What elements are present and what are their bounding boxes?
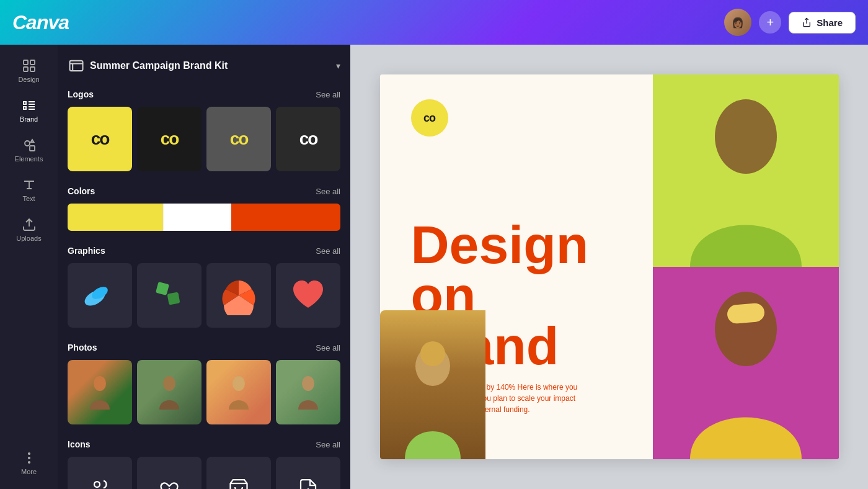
canvas-brand-logo: co — [411, 99, 448, 137]
photo-1-placeholder — [68, 360, 132, 424]
photos-see-all-button[interactable]: See all — [316, 343, 340, 352]
logo-item-2[interactable]: co — [137, 107, 202, 171]
panel-header: Summer Campaign Brand Kit ▾ — [68, 55, 340, 77]
svg-point-17 — [302, 376, 314, 391]
icon-item-upload[interactable] — [276, 457, 340, 489]
sidebar-item-brand-label: Brand — [20, 115, 38, 123]
graphic-item-4[interactable] — [276, 263, 340, 328]
heart-plus-icon — [158, 478, 180, 489]
color-white — [163, 204, 231, 231]
share-icon — [802, 17, 812, 27]
avatar[interactable]: 👩🏾 — [724, 9, 751, 36]
photo-item-3[interactable] — [206, 360, 271, 424]
header: Canva 👩🏾 + Share — [0, 0, 868, 45]
brand-kit-icon — [68, 57, 85, 74]
nav-sidebar: Design Brand Elements Text — [0, 45, 58, 489]
sonja-photo-overlay — [380, 310, 485, 459]
canvas-bottom-right — [653, 267, 839, 459]
colors-see-all-button[interactable]: See all — [316, 187, 340, 196]
svg-point-22 — [420, 341, 445, 366]
graphics-section-header: Graphics See all — [68, 246, 340, 256]
sidebar-item-text-label: Text — [22, 195, 35, 202]
graphic-item-2[interactable] — [137, 263, 202, 328]
header-actions: 👩🏾 + Share — [724, 9, 856, 36]
sidebar-item-elements[interactable]: Elements — [4, 132, 54, 169]
svg-point-15 — [163, 376, 175, 391]
icon-item-people[interactable] — [68, 457, 132, 489]
share-button[interactable]: Share — [789, 12, 856, 34]
svg-point-16 — [232, 376, 245, 391]
panel-title: Summer Campaign Brand Kit — [90, 60, 331, 71]
graphic-square-green — [149, 276, 189, 315]
design-canvas[interactable]: co Design on brand Our market has grown … — [380, 74, 839, 459]
people-icon — [89, 478, 111, 489]
add-collaborator-button[interactable]: + — [759, 11, 781, 34]
brand-panel: Summer Campaign Brand Kit ▾ Logos See al… — [58, 45, 350, 489]
brand-icon — [22, 98, 37, 113]
photo-item-2[interactable] — [137, 360, 202, 424]
bottom-right-person — [653, 267, 839, 459]
logo-item-3[interactable]: co — [206, 107, 271, 171]
svg-point-7 — [28, 457, 29, 459]
sidebar-item-text[interactable]: Text — [4, 171, 54, 209]
colors-section: Colors See all — [68, 186, 340, 231]
colors-title: Colors — [68, 186, 95, 196]
sidebar-item-brand[interactable]: Brand — [4, 92, 54, 129]
canvas-top-right — [653, 74, 839, 267]
logo-text-4: co — [299, 129, 317, 149]
colors-bar[interactable] — [68, 204, 340, 231]
svg-rect-1 — [30, 60, 35, 65]
photos-grid — [68, 360, 340, 424]
icons-section: Icons See all — [68, 439, 340, 489]
file-upload-icon — [297, 478, 319, 489]
layout-icon — [22, 58, 37, 73]
svg-rect-5 — [30, 146, 35, 151]
graphics-title: Graphics — [68, 246, 105, 256]
uploads-icon — [22, 217, 37, 232]
canvas-bottom-right-image — [653, 267, 839, 459]
icon-item-cart[interactable] — [206, 457, 271, 489]
photos-title: Photos — [68, 343, 97, 352]
svg-rect-9 — [70, 61, 83, 71]
photo-item-1[interactable] — [68, 360, 132, 424]
svg-point-4 — [25, 141, 30, 146]
svg-rect-2 — [24, 67, 28, 71]
sidebar-item-more[interactable]: More — [4, 444, 54, 482]
logo-text-2: co — [161, 129, 179, 149]
photos-section-header: Photos See all — [68, 343, 340, 352]
icons-see-all-button[interactable]: See all — [316, 440, 340, 449]
graphic-item-1[interactable] — [68, 263, 132, 328]
logo-item-1[interactable]: co — [68, 107, 132, 171]
logos-grid: co co co co — [68, 107, 340, 171]
svg-point-14 — [94, 376, 106, 391]
canvas-area: co Design on brand Our market has grown … — [350, 45, 868, 489]
sidebar-item-uploads[interactable]: Uploads — [4, 211, 54, 248]
logo-item-4[interactable]: co — [276, 107, 340, 171]
svg-point-18 — [94, 482, 100, 487]
sidebar-item-design[interactable]: Design — [4, 52, 54, 89]
color-yellow — [68, 204, 163, 231]
color-orange — [231, 204, 340, 231]
colors-section-header: Colors See all — [68, 186, 340, 196]
graphics-see-all-button[interactable]: See all — [316, 246, 340, 256]
photo-3-placeholder — [206, 360, 271, 424]
logo-text-1: co — [91, 129, 109, 149]
canvas-top-right-image — [653, 74, 839, 267]
text-icon — [22, 177, 37, 192]
sidebar-item-elements-label: Elements — [15, 155, 43, 163]
graphics-section: Graphics See all — [68, 246, 340, 328]
logos-section-header: Logos See all — [68, 89, 340, 99]
graphic-fan-orange — [219, 276, 259, 315]
icons-section-header: Icons See all — [68, 439, 340, 449]
canva-logo[interactable]: Canva — [12, 11, 69, 34]
graphic-heart-red — [288, 276, 328, 315]
logos-see-all-button[interactable]: See all — [316, 90, 340, 99]
icon-item-heart-plus[interactable] — [137, 457, 202, 489]
main-area: Design Brand Elements Text — [0, 45, 868, 489]
graphics-grid — [68, 263, 340, 328]
graphic-item-3[interactable] — [206, 263, 271, 328]
panel-dropdown-icon[interactable]: ▾ — [336, 61, 340, 71]
svg-point-24 — [715, 99, 777, 174]
photo-item-4[interactable] — [276, 360, 340, 424]
svg-point-8 — [28, 462, 29, 463]
